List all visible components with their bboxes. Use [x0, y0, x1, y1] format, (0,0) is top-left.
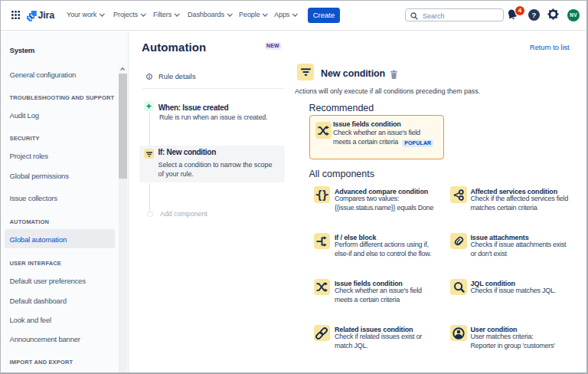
svg-text:{: { — [317, 189, 322, 201]
